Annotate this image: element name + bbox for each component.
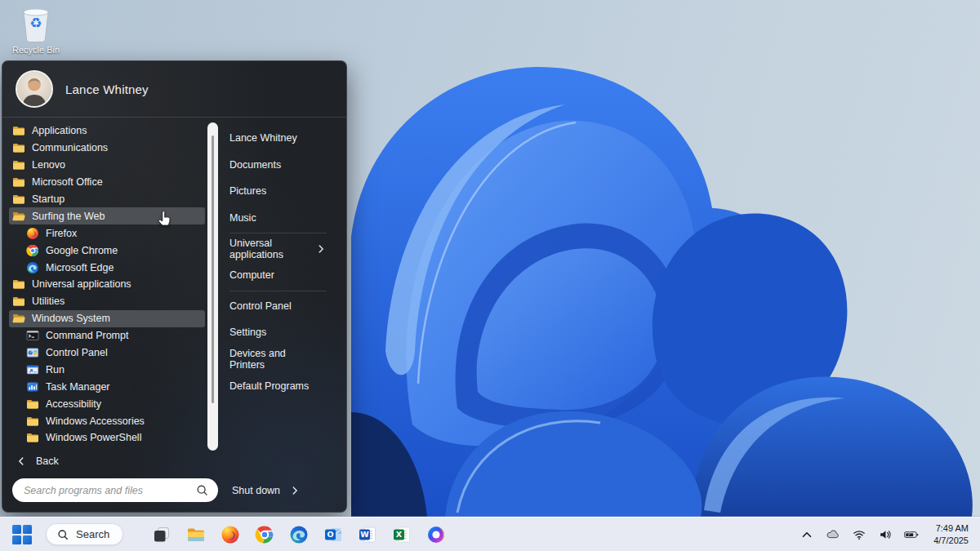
- menu-divider: [229, 291, 327, 291]
- search-icon: [195, 483, 209, 497]
- chevron-up-icon: [800, 527, 814, 542]
- start-left-item[interactable]: Firefox: [9, 224, 205, 242]
- taskbar: Search O W X: [0, 517, 980, 551]
- start-left-item[interactable]: Utilities: [9, 293, 205, 310]
- start-left-item[interactable]: Lenovo: [9, 157, 205, 174]
- folder-open-icon: [12, 210, 25, 223]
- wifi-icon: [852, 527, 866, 542]
- start-right-item[interactable]: Settings: [229, 319, 327, 346]
- taskbar-app-button[interactable]: [425, 524, 446, 544]
- back-button[interactable]: Back: [12, 451, 336, 471]
- start-right-item[interactable]: Default Programs: [229, 372, 327, 399]
- start-menu-places-list: Lance Whitney Documents Pictures Music: [218, 122, 336, 447]
- taskbar-pinned-icons: O W X: [151, 524, 446, 544]
- folder-icon: [12, 176, 25, 189]
- start-left-item[interactable]: Windows Accessories: [9, 412, 205, 429]
- start-left-item[interactable]: Task Manager: [9, 378, 205, 395]
- shutdown-button[interactable]: Shut down: [232, 485, 301, 496]
- run-icon: [26, 363, 39, 376]
- svg-text:X: X: [396, 530, 403, 539]
- start-menu: Lance Whitney Applications Communication…: [2, 60, 347, 513]
- start-menu-header: Lance Whitney: [2, 61, 346, 118]
- start-menu-scrollbar[interactable]: [207, 122, 218, 451]
- start-left-item[interactable]: Command Prompt: [9, 327, 205, 344]
- start-left-item[interactable]: Microsoft Edge: [9, 259, 205, 276]
- folder-icon: [12, 295, 25, 308]
- start-left-item[interactable]: Startup: [9, 191, 205, 208]
- edge-icon: [289, 525, 309, 544]
- folder-icon: [12, 278, 25, 291]
- cmd-icon: [26, 329, 39, 342]
- firefox-icon: [26, 227, 39, 240]
- start-left-item[interactable]: Run: [9, 361, 205, 378]
- chrome-icon: [26, 244, 39, 257]
- scrollbar-thumb[interactable]: [212, 136, 214, 403]
- file-explorer-icon: [186, 525, 206, 544]
- start-left-item[interactable]: Applications: [9, 122, 205, 140]
- taskbar-search-label: Search: [76, 528, 109, 540]
- start-left-item[interactable]: Google Chrome: [9, 242, 205, 259]
- tray-button[interactable]: [799, 527, 814, 542]
- recycle-bin-desktop-icon[interactable]: ♻ Recycle Bin: [5, 4, 67, 55]
- start-left-item[interactable]: Communications: [9, 140, 205, 157]
- folder-icon: [12, 141, 25, 154]
- task-manager-icon: [26, 380, 39, 393]
- taskbar-app-button[interactable]: O: [323, 524, 343, 544]
- start-right-item[interactable]: Control Panel: [229, 293, 327, 320]
- start-left-item[interactable]: Accessibility: [9, 395, 205, 412]
- clock-date: 4/7/2025: [933, 535, 969, 546]
- taskbar-app-button[interactable]: [254, 524, 274, 544]
- folder-icon: [26, 431, 39, 444]
- taskbar-app-button[interactable]: [288, 524, 309, 544]
- taskbar-search[interactable]: Search: [46, 523, 123, 545]
- taskbar-app-button[interactable]: [151, 524, 172, 544]
- folder-icon: [26, 415, 39, 428]
- start-menu-program-list: Applications Communications Lenovo Micro…: [9, 122, 205, 447]
- recycle-bin-icon: ♻: [18, 4, 54, 43]
- tray-icons: [799, 527, 919, 542]
- taskbar-clock[interactable]: 7:49 AM 4/7/2025: [933, 522, 969, 546]
- folder-icon: [12, 158, 25, 171]
- folder-open-icon: [12, 312, 25, 325]
- start-right-item[interactable]: Pictures: [229, 178, 327, 205]
- start-right-item[interactable]: Universal applications: [229, 235, 327, 262]
- volume-icon: [878, 527, 893, 542]
- start-left-item[interactable]: Microsoft Office: [9, 174, 205, 191]
- taskbar-app-button[interactable]: W: [357, 524, 377, 544]
- start-right-item[interactable]: Computer: [229, 262, 327, 289]
- menu-divider: [229, 233, 327, 233]
- chevron-right-icon: [315, 243, 327, 255]
- taskbar-app-button[interactable]: X: [391, 524, 412, 544]
- excel-icon: X: [392, 525, 412, 544]
- start-button[interactable]: [11, 524, 32, 544]
- control-panel-icon: [26, 346, 39, 359]
- shutdown-label: Shut down: [232, 485, 280, 496]
- tray-button[interactable]: [851, 527, 866, 542]
- start-left-item[interactable]: Windows PowerShell: [9, 429, 205, 447]
- start-menu-footer: Back Shut down: [2, 447, 346, 512]
- tray-button[interactable]: [877, 527, 893, 542]
- start-search-input[interactable]: [12, 478, 218, 502]
- start-right-item[interactable]: Music: [229, 205, 327, 232]
- start-left-item[interactable]: Control Panel: [9, 344, 205, 362]
- back-label: Back: [36, 455, 59, 467]
- outlook-icon: O: [323, 525, 343, 544]
- taskbar-app-button[interactable]: [185, 524, 206, 544]
- svg-text:W: W: [360, 530, 369, 539]
- start-left-item[interactable]: Universal applications: [9, 276, 205, 293]
- start-right-item[interactable]: Devices and Printers: [229, 346, 327, 373]
- tray-button[interactable]: [903, 527, 919, 542]
- battery-icon: [904, 527, 919, 542]
- user-avatar[interactable]: [16, 70, 53, 108]
- taskbar-app-button[interactable]: [220, 524, 240, 544]
- folder-icon: [12, 124, 25, 137]
- start-left-item[interactable]: Surfing the Web: [9, 207, 205, 224]
- svg-text:O: O: [327, 530, 333, 539]
- folder-icon: [12, 193, 25, 206]
- start-right-item[interactable]: Lance Whitney: [229, 125, 327, 152]
- chevron-right-icon: [289, 485, 301, 496]
- start-right-item[interactable]: Documents: [229, 152, 327, 179]
- start-left-item[interactable]: Windows System: [9, 310, 205, 327]
- folder-icon: [26, 398, 39, 411]
- tray-button[interactable]: [825, 527, 840, 542]
